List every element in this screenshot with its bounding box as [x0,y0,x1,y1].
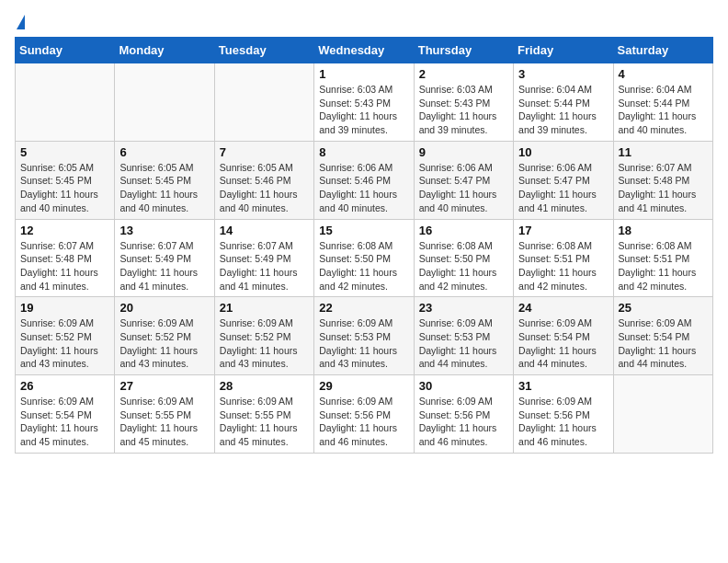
calendar-cell: 13Sunrise: 6:07 AM Sunset: 5:49 PM Dayli… [115,219,214,297]
calendar-cell: 5Sunrise: 6:05 AM Sunset: 5:45 PM Daylig… [16,141,115,219]
day-content: Sunrise: 6:09 AM Sunset: 5:52 PM Dayligh… [119,316,209,371]
day-number: 8 [319,145,408,159]
calendar-cell: 1Sunrise: 6:03 AM Sunset: 5:43 PM Daylig… [314,63,414,142]
day-number: 14 [220,224,309,237]
header-tuesday: Tuesday [214,38,313,63]
day-number: 28 [220,379,309,393]
day-content: Sunrise: 6:03 AM Sunset: 5:43 PM Dayligh… [419,83,508,137]
calendar-cell: 12Sunrise: 6:07 AM Sunset: 5:48 PM Dayli… [16,219,115,297]
day-number: 25 [619,301,708,315]
day-content: Sunrise: 6:08 AM Sunset: 5:51 PM Dayligh… [619,239,708,293]
day-content: Sunrise: 6:08 AM Sunset: 5:50 PM Dayligh… [419,239,508,293]
calendar-cell: 10Sunrise: 6:06 AM Sunset: 5:47 PM Dayli… [514,141,613,219]
calendar-cell: 6Sunrise: 6:05 AM Sunset: 5:45 PM Daylig… [115,141,214,219]
day-content: Sunrise: 6:07 AM Sunset: 5:49 PM Dayligh… [119,239,209,293]
day-content: Sunrise: 6:09 AM Sunset: 5:56 PM Dayligh… [419,395,508,449]
day-content: Sunrise: 6:06 AM Sunset: 5:47 PM Dayligh… [518,161,608,215]
calendar-cell [16,63,115,142]
day-content: Sunrise: 6:07 AM Sunset: 5:48 PM Dayligh… [619,161,708,215]
calendar-cell: 17Sunrise: 6:08 AM Sunset: 5:51 PM Dayli… [514,219,613,297]
header-sunday: Sunday [16,38,115,63]
day-number: 4 [619,67,708,81]
day-number: 26 [20,379,109,393]
calendar-cell: 31Sunrise: 6:09 AM Sunset: 5:56 PM Dayli… [514,375,613,454]
week-row-2: 5Sunrise: 6:05 AM Sunset: 5:45 PM Daylig… [16,141,713,219]
day-content: Sunrise: 6:03 AM Sunset: 5:43 PM Dayligh… [319,83,408,137]
day-content: Sunrise: 6:08 AM Sunset: 5:50 PM Dayligh… [319,239,408,293]
day-number: 11 [619,145,708,159]
header-saturday: Saturday [613,38,712,63]
day-number: 12 [20,224,109,237]
day-content: Sunrise: 6:09 AM Sunset: 5:54 PM Dayligh… [619,316,708,371]
week-row-1: 1Sunrise: 6:03 AM Sunset: 5:43 PM Daylig… [16,63,713,142]
day-content: Sunrise: 6:05 AM Sunset: 5:45 PM Dayligh… [20,161,109,215]
calendar-cell: 11Sunrise: 6:07 AM Sunset: 5:48 PM Dayli… [613,141,712,219]
calendar-cell: 3Sunrise: 6:04 AM Sunset: 5:44 PM Daylig… [514,63,613,142]
calendar-header-row: SundayMondayTuesdayWednesdayThursdayFrid… [16,38,713,63]
day-number: 30 [419,379,508,393]
day-number: 31 [518,379,608,393]
calendar-cell [115,63,214,142]
calendar-cell: 7Sunrise: 6:05 AM Sunset: 5:46 PM Daylig… [214,141,313,219]
day-number: 19 [20,301,109,315]
day-content: Sunrise: 6:09 AM Sunset: 5:53 PM Dayligh… [419,316,508,371]
calendar-cell [613,375,712,454]
calendar-cell: 28Sunrise: 6:09 AM Sunset: 5:55 PM Dayli… [214,375,313,454]
day-content: Sunrise: 6:05 AM Sunset: 5:45 PM Dayligh… [119,161,209,215]
day-number: 6 [119,145,209,159]
calendar-cell: 23Sunrise: 6:09 AM Sunset: 5:53 PM Dayli… [414,297,513,375]
calendar-cell: 27Sunrise: 6:09 AM Sunset: 5:55 PM Dayli… [115,375,214,454]
day-number: 17 [518,224,608,237]
day-number: 16 [419,224,508,237]
calendar-cell [214,63,313,142]
day-content: Sunrise: 6:09 AM Sunset: 5:56 PM Dayligh… [518,395,608,449]
day-number: 24 [518,301,608,315]
day-content: Sunrise: 6:09 AM Sunset: 5:55 PM Dayligh… [220,395,309,449]
calendar-cell: 21Sunrise: 6:09 AM Sunset: 5:52 PM Dayli… [214,297,313,375]
day-number: 29 [319,379,408,393]
day-number: 20 [119,301,209,315]
calendar-cell: 18Sunrise: 6:08 AM Sunset: 5:51 PM Dayli… [613,219,712,297]
day-number: 5 [20,145,109,159]
day-content: Sunrise: 6:09 AM Sunset: 5:52 PM Dayligh… [20,316,109,371]
day-content: Sunrise: 6:09 AM Sunset: 5:56 PM Dayligh… [319,395,408,449]
day-content: Sunrise: 6:08 AM Sunset: 5:51 PM Dayligh… [518,239,608,293]
day-content: Sunrise: 6:09 AM Sunset: 5:55 PM Dayligh… [119,395,209,449]
calendar-table: SundayMondayTuesdayWednesdayThursdayFrid… [15,37,713,454]
day-number: 3 [518,67,608,81]
day-content: Sunrise: 6:09 AM Sunset: 5:52 PM Dayligh… [220,316,309,371]
day-content: Sunrise: 6:09 AM Sunset: 5:53 PM Dayligh… [319,316,408,371]
calendar-cell: 24Sunrise: 6:09 AM Sunset: 5:54 PM Dayli… [514,297,613,375]
header-friday: Friday [514,38,613,63]
page-header [15,15,713,29]
day-number: 22 [319,301,408,315]
day-content: Sunrise: 6:04 AM Sunset: 5:44 PM Dayligh… [518,83,608,137]
calendar-cell: 14Sunrise: 6:07 AM Sunset: 5:49 PM Dayli… [214,219,313,297]
day-number: 10 [518,145,608,159]
day-number: 15 [319,224,408,237]
day-content: Sunrise: 6:07 AM Sunset: 5:48 PM Dayligh… [20,239,109,293]
header-thursday: Thursday [414,38,513,63]
calendar-cell: 25Sunrise: 6:09 AM Sunset: 5:54 PM Dayli… [613,297,712,375]
calendar-cell: 15Sunrise: 6:08 AM Sunset: 5:50 PM Dayli… [314,219,414,297]
calendar-cell: 9Sunrise: 6:06 AM Sunset: 5:47 PM Daylig… [414,141,513,219]
day-number: 18 [619,224,708,237]
day-number: 21 [220,301,309,315]
week-row-3: 12Sunrise: 6:07 AM Sunset: 5:48 PM Dayli… [16,219,713,297]
calendar-cell: 2Sunrise: 6:03 AM Sunset: 5:43 PM Daylig… [414,63,513,142]
calendar-cell: 30Sunrise: 6:09 AM Sunset: 5:56 PM Dayli… [414,375,513,454]
calendar-cell: 19Sunrise: 6:09 AM Sunset: 5:52 PM Dayli… [16,297,115,375]
day-number: 27 [119,379,209,393]
day-content: Sunrise: 6:06 AM Sunset: 5:46 PM Dayligh… [319,161,408,215]
week-row-5: 26Sunrise: 6:09 AM Sunset: 5:54 PM Dayli… [16,375,713,454]
header-wednesday: Wednesday [314,38,414,63]
day-number: 13 [119,224,209,237]
day-content: Sunrise: 6:09 AM Sunset: 5:54 PM Dayligh… [20,395,109,449]
day-number: 7 [220,145,309,159]
logo [15,15,25,29]
header-monday: Monday [115,38,214,63]
day-content: Sunrise: 6:06 AM Sunset: 5:47 PM Dayligh… [419,161,508,215]
calendar-cell: 16Sunrise: 6:08 AM Sunset: 5:50 PM Dayli… [414,219,513,297]
day-content: Sunrise: 6:04 AM Sunset: 5:44 PM Dayligh… [619,83,708,137]
day-content: Sunrise: 6:09 AM Sunset: 5:54 PM Dayligh… [518,316,608,371]
